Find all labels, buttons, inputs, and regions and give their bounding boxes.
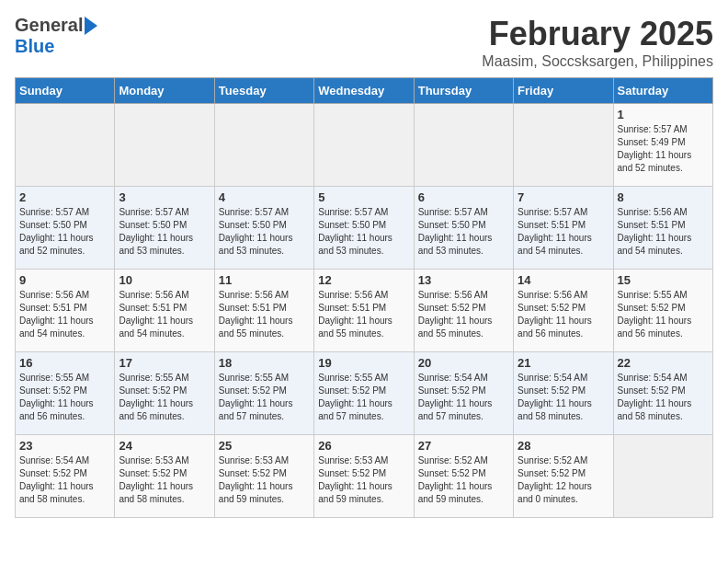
day-info: Sunrise: 5:55 AM Sunset: 5:52 PM Dayligh… <box>219 372 310 423</box>
calendar-cell: 17Sunrise: 5:55 AM Sunset: 5:52 PM Dayli… <box>115 352 214 435</box>
calendar-cell: 14Sunrise: 5:56 AM Sunset: 5:52 PM Dayli… <box>514 270 613 352</box>
calendar-cell <box>514 104 613 187</box>
calendar-cell <box>16 104 115 187</box>
day-info: Sunrise: 5:57 AM Sunset: 5:50 PM Dayligh… <box>418 206 509 258</box>
calendar-week-row: 1Sunrise: 5:57 AM Sunset: 5:49 PM Daylig… <box>16 104 713 187</box>
day-number: 22 <box>618 356 709 370</box>
day-info: Sunrise: 5:56 AM Sunset: 5:51 PM Dayligh… <box>219 289 310 340</box>
logo-blue-text: Blue <box>15 36 54 57</box>
calendar-cell: 16Sunrise: 5:55 AM Sunset: 5:52 PM Dayli… <box>16 352 115 435</box>
day-info: Sunrise: 5:56 AM Sunset: 5:51 PM Dayligh… <box>318 289 409 340</box>
calendar-cell: 28Sunrise: 5:52 AM Sunset: 5:52 PM Dayli… <box>514 435 613 518</box>
calendar-cell: 18Sunrise: 5:55 AM Sunset: 5:52 PM Dayli… <box>214 352 313 435</box>
day-info: Sunrise: 5:52 AM Sunset: 5:52 PM Dayligh… <box>518 454 609 506</box>
day-info: Sunrise: 5:57 AM Sunset: 5:50 PM Dayligh… <box>119 206 210 258</box>
calendar-cell <box>214 104 313 187</box>
calendar-cell: 8Sunrise: 5:56 AM Sunset: 5:51 PM Daylig… <box>613 187 712 270</box>
day-number: 11 <box>219 273 310 287</box>
calendar-cell: 11Sunrise: 5:56 AM Sunset: 5:51 PM Dayli… <box>214 270 313 352</box>
day-number: 8 <box>618 190 709 204</box>
calendar-cell: 26Sunrise: 5:53 AM Sunset: 5:52 PM Dayli… <box>314 435 414 518</box>
day-info: Sunrise: 5:55 AM Sunset: 5:52 PM Dayligh… <box>618 289 709 340</box>
calendar-cell <box>414 104 513 187</box>
day-number: 1 <box>618 108 709 121</box>
day-number: 7 <box>518 190 609 204</box>
calendar-cell: 7Sunrise: 5:57 AM Sunset: 5:51 PM Daylig… <box>514 187 613 270</box>
calendar-cell: 22Sunrise: 5:54 AM Sunset: 5:52 PM Dayli… <box>613 352 712 435</box>
day-info: Sunrise: 5:56 AM Sunset: 5:52 PM Dayligh… <box>418 289 509 340</box>
day-info: Sunrise: 5:54 AM Sunset: 5:52 PM Dayligh… <box>618 372 709 423</box>
calendar-cell: 19Sunrise: 5:55 AM Sunset: 5:52 PM Dayli… <box>314 352 414 435</box>
calendar-cell: 21Sunrise: 5:54 AM Sunset: 5:52 PM Dayli… <box>514 352 613 435</box>
calendar-week-row: 16Sunrise: 5:55 AM Sunset: 5:52 PM Dayli… <box>16 352 713 435</box>
weekday-header-saturday: Saturday <box>613 78 712 104</box>
day-number: 25 <box>219 439 310 453</box>
day-number: 17 <box>119 356 210 370</box>
day-info: Sunrise: 5:53 AM Sunset: 5:52 PM Dayligh… <box>119 454 210 506</box>
day-info: Sunrise: 5:54 AM Sunset: 5:52 PM Dayligh… <box>518 372 609 423</box>
day-number: 10 <box>119 273 210 287</box>
weekday-header-row: SundayMondayTuesdayWednesdayThursdayFrid… <box>16 78 713 104</box>
day-number: 15 <box>618 273 709 287</box>
calendar-cell: 25Sunrise: 5:53 AM Sunset: 5:52 PM Dayli… <box>214 435 313 518</box>
day-info: Sunrise: 5:55 AM Sunset: 5:52 PM Dayligh… <box>19 372 110 423</box>
day-info: Sunrise: 5:56 AM Sunset: 5:51 PM Dayligh… <box>19 289 110 340</box>
calendar-cell: 23Sunrise: 5:54 AM Sunset: 5:52 PM Dayli… <box>16 435 115 518</box>
calendar-cell <box>613 435 712 518</box>
calendar-cell: 12Sunrise: 5:56 AM Sunset: 5:51 PM Dayli… <box>314 270 414 352</box>
day-info: Sunrise: 5:53 AM Sunset: 5:52 PM Dayligh… <box>318 454 409 506</box>
logo: General Blue <box>15 15 97 57</box>
day-number: 12 <box>318 273 409 287</box>
calendar-subtitle: Maasim, Soccsksargen, Philippines <box>482 53 713 70</box>
day-info: Sunrise: 5:55 AM Sunset: 5:52 PM Dayligh… <box>318 372 409 423</box>
day-info: Sunrise: 5:56 AM Sunset: 5:51 PM Dayligh… <box>119 289 210 340</box>
day-info: Sunrise: 5:54 AM Sunset: 5:52 PM Dayligh… <box>418 372 509 423</box>
day-info: Sunrise: 5:53 AM Sunset: 5:52 PM Dayligh… <box>219 454 310 506</box>
weekday-header-friday: Friday <box>514 78 613 104</box>
day-number: 24 <box>119 439 210 453</box>
day-number: 6 <box>418 190 509 204</box>
calendar-cell: 4Sunrise: 5:57 AM Sunset: 5:50 PM Daylig… <box>214 187 313 270</box>
calendar-cell: 10Sunrise: 5:56 AM Sunset: 5:51 PM Dayli… <box>115 270 214 352</box>
calendar-cell: 27Sunrise: 5:52 AM Sunset: 5:52 PM Dayli… <box>414 435 513 518</box>
calendar-cell: 15Sunrise: 5:55 AM Sunset: 5:52 PM Dayli… <box>613 270 712 352</box>
day-number: 16 <box>19 356 110 370</box>
calendar-table: SundayMondayTuesdayWednesdayThursdayFrid… <box>15 77 713 518</box>
day-info: Sunrise: 5:56 AM Sunset: 5:52 PM Dayligh… <box>518 289 609 340</box>
weekday-header-tuesday: Tuesday <box>214 78 313 104</box>
day-info: Sunrise: 5:54 AM Sunset: 5:52 PM Dayligh… <box>19 454 110 506</box>
calendar-cell: 3Sunrise: 5:57 AM Sunset: 5:50 PM Daylig… <box>115 187 214 270</box>
weekday-header-sunday: Sunday <box>16 78 115 104</box>
day-info: Sunrise: 5:56 AM Sunset: 5:51 PM Dayligh… <box>618 206 709 258</box>
day-number: 23 <box>19 439 110 453</box>
day-info: Sunrise: 5:57 AM Sunset: 5:49 PM Dayligh… <box>618 123 709 175</box>
day-number: 28 <box>518 439 609 453</box>
logo-arrow-icon <box>85 17 97 35</box>
weekday-header-wednesday: Wednesday <box>314 78 414 104</box>
weekday-header-thursday: Thursday <box>414 78 513 104</box>
calendar-cell: 20Sunrise: 5:54 AM Sunset: 5:52 PM Dayli… <box>414 352 513 435</box>
title-section: February 2025 Maasim, Soccsksargen, Phil… <box>482 15 713 70</box>
calendar-cell: 1Sunrise: 5:57 AM Sunset: 5:49 PM Daylig… <box>613 104 712 187</box>
calendar-week-row: 2Sunrise: 5:57 AM Sunset: 5:50 PM Daylig… <box>16 187 713 270</box>
day-number: 21 <box>518 356 609 370</box>
page-header: General Blue February 2025 Maasim, Soccs… <box>15 15 713 70</box>
day-number: 19 <box>318 356 409 370</box>
calendar-cell <box>314 104 414 187</box>
day-info: Sunrise: 5:55 AM Sunset: 5:52 PM Dayligh… <box>119 372 210 423</box>
calendar-cell: 24Sunrise: 5:53 AM Sunset: 5:52 PM Dayli… <box>115 435 214 518</box>
logo-general-text: General <box>15 15 83 36</box>
day-number: 13 <box>418 273 509 287</box>
day-number: 14 <box>518 273 609 287</box>
calendar-title: February 2025 <box>482 15 713 53</box>
calendar-cell: 13Sunrise: 5:56 AM Sunset: 5:52 PM Dayli… <box>414 270 513 352</box>
calendar-week-row: 9Sunrise: 5:56 AM Sunset: 5:51 PM Daylig… <box>16 270 713 352</box>
day-number: 5 <box>318 190 409 204</box>
day-info: Sunrise: 5:52 AM Sunset: 5:52 PM Dayligh… <box>418 454 509 506</box>
day-number: 26 <box>318 439 409 453</box>
day-info: Sunrise: 5:57 AM Sunset: 5:50 PM Dayligh… <box>219 206 310 258</box>
day-number: 2 <box>19 190 110 204</box>
day-number: 9 <box>19 273 110 287</box>
calendar-week-row: 23Sunrise: 5:54 AM Sunset: 5:52 PM Dayli… <box>16 435 713 518</box>
day-number: 20 <box>418 356 509 370</box>
